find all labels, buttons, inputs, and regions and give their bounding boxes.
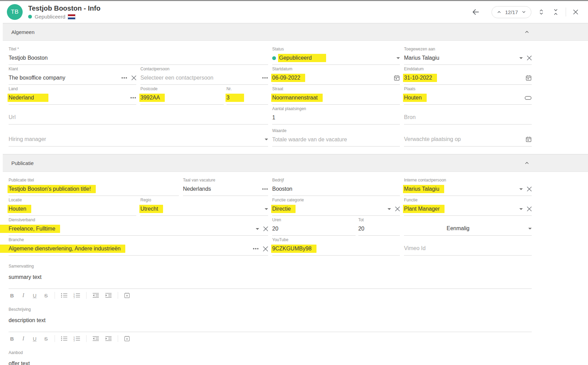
field-regio: Regio Utrecht — [140, 196, 268, 216]
samenvatting-editor[interactable]: summary text — [9, 274, 532, 289]
caret-down-icon[interactable] — [388, 208, 391, 210]
clear-icon[interactable] — [263, 246, 268, 251]
expand-all-icon[interactable] — [537, 7, 546, 17]
interne-contactpersoon-select[interactable]: Marius Talagiu — [404, 185, 532, 193]
bold-icon[interactable]: B — [9, 293, 15, 298]
underline-icon[interactable]: U — [32, 293, 37, 298]
bullet-list-icon[interactable] — [61, 293, 68, 298]
clear-icon[interactable] — [527, 207, 532, 211]
tot-input[interactable]: 20 — [358, 225, 400, 233]
strikethrough-icon[interactable]: S — [43, 336, 49, 342]
bold-icon[interactable]: B — [9, 336, 15, 342]
dienstverband-select[interactable]: Freelance, Fulltime — [9, 225, 268, 233]
functie-categorie-select[interactable]: Directie — [272, 205, 400, 213]
caret-down-icon[interactable] — [396, 57, 400, 59]
land-input[interactable]: Nederland — [9, 94, 136, 102]
field-taal-van-vacature: Taal van vacature Nederlands — [183, 176, 268, 196]
klant-input[interactable]: The boxoffice company — [9, 74, 136, 82]
ellipsis-icon[interactable] — [121, 77, 127, 79]
caret-down-icon[interactable] — [265, 208, 268, 210]
clear-icon[interactable] — [527, 187, 532, 191]
beschrijving-editor[interactable]: description text — [9, 317, 532, 332]
einddatum-input[interactable]: 31-10-2022 — [404, 74, 532, 82]
collapse-all-icon[interactable] — [551, 7, 560, 17]
plaats-input[interactable]: Houten — [404, 94, 532, 102]
highlighted-value: Testjob Booston's publication title! — [8, 185, 96, 193]
clear-icon[interactable] — [395, 207, 400, 211]
aanbod-editor[interactable]: offer text — [9, 361, 532, 365]
clear-icon[interactable] — [263, 226, 268, 231]
clear-icon[interactable] — [131, 75, 136, 80]
chevron-up-icon[interactable] — [524, 160, 530, 166]
back-icon[interactable] — [471, 7, 481, 17]
indent-icon[interactable] — [105, 293, 112, 298]
verwachte-plaatsing-op-input[interactable]: Verwachte plaatsing op — [404, 135, 532, 143]
ellipsis-icon[interactable] — [262, 188, 268, 190]
outdent-icon[interactable] — [92, 336, 99, 341]
youtube-input[interactable]: 9CZKGUMBy98 — [272, 245, 400, 253]
contactpersoon-input[interactable]: Selecteer een contactpersoon — [140, 74, 268, 82]
calendar-icon[interactable] — [526, 75, 532, 81]
caret-down-icon[interactable] — [256, 228, 259, 230]
caret-down-icon[interactable] — [519, 57, 523, 59]
field-locatie: Locatie Houten — [9, 196, 136, 216]
clear-icon[interactable] — [527, 56, 532, 60]
ellipsis-icon[interactable] — [262, 77, 268, 79]
bedrijf-input[interactable]: Booston — [272, 185, 400, 193]
caret-down-icon[interactable] — [265, 139, 268, 140]
highlighted-value: Houten — [403, 94, 427, 102]
strikethrough-icon[interactable]: S — [43, 293, 49, 298]
uren-input[interactable]: 20 — [272, 225, 356, 233]
outdent-icon[interactable] — [92, 293, 99, 298]
field-functie: Functie Plant Manager — [404, 196, 532, 216]
postcode-input[interactable]: 3992AA — [140, 94, 224, 102]
calendar-icon[interactable] — [394, 75, 400, 81]
calendar-icon[interactable] — [526, 136, 532, 142]
waarde-input[interactable]: Totale waarde van de vacature — [272, 136, 400, 144]
eenmalig-select[interactable]: Eenmalig — [404, 224, 532, 233]
vimeo-input[interactable]: Vimeo Id — [404, 244, 532, 252]
map-icon[interactable] — [524, 95, 532, 101]
italic-icon[interactable]: I — [21, 292, 26, 298]
pager-up-icon[interactable] — [496, 9, 502, 15]
functie-select[interactable]: Plant Manager — [404, 205, 532, 213]
section-publicatie-header[interactable]: Publicatie — [3, 154, 588, 172]
hiring-manager-select[interactable]: Hiring manager — [9, 135, 268, 143]
underline-icon[interactable]: U — [32, 336, 37, 342]
pager-down-icon[interactable] — [521, 9, 527, 15]
insert-placeholder-icon[interactable] — [124, 335, 130, 342]
numbered-list-icon[interactable]: 123 — [73, 293, 80, 298]
placeholder-text: Selecteer een contactpersoon — [140, 75, 214, 81]
field-label: Aantal plaatsingen — [272, 106, 400, 111]
insert-placeholder-icon[interactable] — [124, 292, 130, 298]
chevron-up-icon[interactable] — [524, 29, 530, 35]
section-publicatie-title: Publicatie — [11, 160, 34, 166]
caret-down-icon[interactable] — [519, 188, 523, 190]
locatie-input[interactable]: Houten — [9, 205, 136, 213]
startdatum-input[interactable]: 06-09-2022 — [272, 74, 400, 82]
aantal-plaatsingen-input[interactable]: 1 — [272, 114, 400, 122]
taal-van-vacature-input[interactable]: Nederlands — [183, 185, 268, 193]
bullet-list-icon[interactable] — [61, 336, 68, 341]
indent-icon[interactable] — [105, 336, 112, 341]
panel-header: TB Testjob Booston - Info Gepubliceerd 1… — [0, 1, 588, 23]
ellipsis-icon[interactable] — [130, 97, 136, 99]
section-algemeen-header[interactable]: Algemeen — [3, 23, 588, 41]
straat-input[interactable]: Noormannenstraat — [272, 94, 400, 102]
url-input[interactable]: Url — [9, 113, 268, 121]
publicatie-titel-input[interactable]: Testjob Booston's publication title! — [9, 185, 179, 193]
titel-input[interactable]: Testjob Booston — [9, 54, 268, 62]
ellipsis-icon[interactable] — [253, 248, 259, 250]
italic-icon[interactable]: I — [21, 335, 26, 342]
regio-select[interactable]: Utrecht — [140, 205, 268, 213]
nr-input[interactable]: 3 — [227, 94, 268, 102]
toegewezen-aan-select[interactable]: Marius Talagiu — [404, 54, 532, 62]
caret-down-icon[interactable] — [519, 208, 523, 210]
close-icon[interactable] — [572, 8, 580, 16]
branche-input[interactable]: Algemene dienstverlening, Andere industr… — [9, 245, 268, 253]
numbered-list-icon[interactable]: 123 — [73, 336, 80, 341]
caret-down-icon[interactable] — [528, 228, 532, 229]
svg-text:3: 3 — [73, 339, 75, 342]
bron-input[interactable]: Bron — [404, 113, 532, 121]
status-select[interactable]: Gepubliceerd — [272, 54, 400, 62]
